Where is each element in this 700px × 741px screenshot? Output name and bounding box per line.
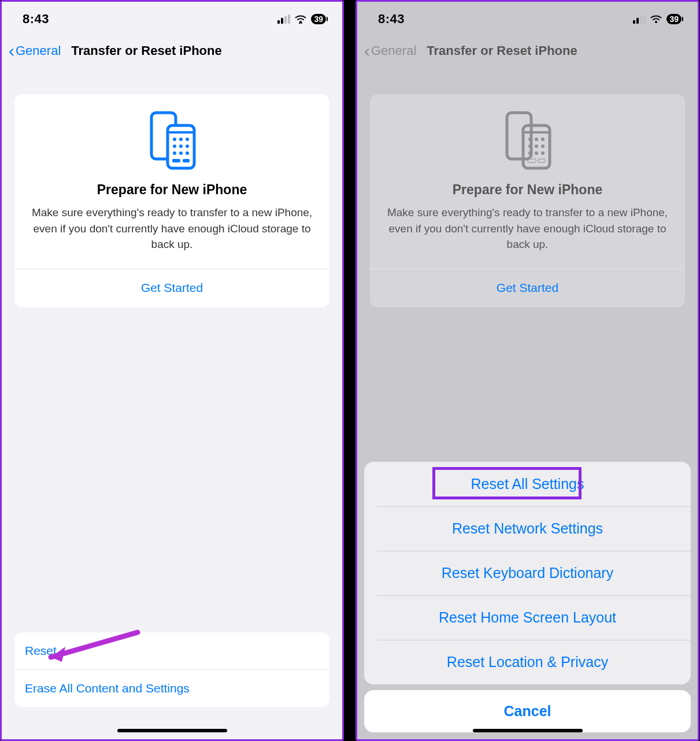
reset-all-settings-option[interactable]: Reset All Settings (364, 462, 691, 506)
battery-icon: 39 (311, 14, 326, 24)
cellular-signal-icon (277, 14, 290, 24)
reset-options-group: Reset All Settings Reset Network Setting… (364, 462, 691, 684)
svg-point-24 (541, 145, 545, 148)
svg-point-7 (173, 145, 176, 148)
back-chevron-icon: ‹ (364, 42, 370, 60)
svg-point-5 (179, 138, 183, 141)
svg-rect-29 (538, 159, 545, 162)
back-chevron-icon[interactable]: ‹ (9, 42, 14, 60)
svg-point-23 (535, 145, 538, 148)
back-button[interactable]: General (16, 43, 61, 58)
status-bar: 8:43 39 (357, 2, 698, 36)
get-started-button[interactable]: Get Started (26, 269, 318, 307)
nav-bar: ‹ General Transfer or Reset iPhone (357, 36, 698, 71)
svg-point-15 (655, 21, 657, 23)
svg-point-8 (179, 145, 183, 148)
bottom-actions-list: Reset Erase All Content and Settings (14, 632, 329, 707)
back-button: General (371, 43, 416, 58)
prepare-description: Make sure everything's ready to transfer… (382, 205, 673, 253)
prepare-title: Prepare for New iPhone (382, 182, 673, 198)
prepare-iphone-icon (26, 110, 318, 171)
page-title: Transfer or Reset iPhone (427, 43, 577, 58)
svg-point-20 (535, 138, 538, 141)
svg-point-26 (535, 151, 538, 155)
prepare-description: Make sure everything's ready to transfer… (26, 205, 318, 253)
reset-home-screen-layout-option[interactable]: Reset Home Screen Layout (364, 595, 691, 640)
cellular-signal-icon (633, 14, 646, 24)
prepare-card: Prepare for New iPhone Make sure everyth… (14, 94, 329, 307)
battery-level: 39 (314, 15, 323, 23)
cancel-button[interactable]: Cancel (364, 690, 691, 732)
phone-screen-right: 8:43 39 ‹ General Transfer or Reset iPho… (355, 0, 699, 741)
svg-rect-14 (183, 159, 190, 162)
reset-network-settings-option[interactable]: Reset Network Settings (364, 506, 691, 551)
home-indicator[interactable] (117, 729, 227, 732)
prepare-iphone-icon (382, 110, 673, 171)
reset-location-privacy-option[interactable]: Reset Location & Privacy (364, 640, 691, 684)
svg-point-27 (541, 151, 545, 155)
erase-all-button[interactable]: Erase All Content and Settings (14, 669, 329, 707)
svg-point-11 (179, 151, 183, 155)
svg-point-25 (528, 151, 532, 155)
svg-point-9 (186, 145, 189, 148)
prepare-title: Prepare for New iPhone (26, 182, 318, 198)
status-time: 8:43 (23, 12, 49, 27)
svg-point-12 (186, 151, 189, 155)
svg-point-21 (541, 138, 545, 141)
nav-bar: ‹ General Transfer or Reset iPhone (2, 36, 342, 71)
status-icons: 39 (633, 14, 682, 24)
status-time: 8:43 (378, 12, 405, 27)
reset-action-sheet: Reset All Settings Reset Network Setting… (364, 462, 691, 732)
wifi-icon (650, 14, 662, 24)
svg-rect-16 (507, 113, 531, 159)
svg-rect-13 (172, 159, 180, 162)
status-icons: 39 (277, 14, 326, 24)
status-bar: 8:43 39 (2, 2, 342, 36)
get-started-button: Get Started (382, 269, 673, 307)
svg-point-10 (173, 151, 176, 155)
page-title: Transfer or Reset iPhone (71, 43, 221, 58)
home-indicator[interactable] (473, 729, 583, 732)
svg-point-0 (299, 21, 302, 23)
battery-icon: 39 (666, 14, 682, 24)
svg-point-19 (528, 138, 532, 141)
prepare-card: Prepare for New iPhone Make sure everyth… (370, 94, 685, 307)
phone-screen-left: 8:43 39 ‹ General Transfer or Reset iPho… (0, 0, 344, 741)
reset-button[interactable]: Reset (14, 632, 329, 669)
battery-level: 39 (669, 15, 679, 23)
svg-point-22 (528, 145, 532, 148)
svg-point-6 (186, 138, 189, 141)
reset-keyboard-dictionary-option[interactable]: Reset Keyboard Dictionary (364, 551, 691, 595)
wifi-icon (294, 14, 307, 24)
svg-point-4 (173, 138, 176, 141)
